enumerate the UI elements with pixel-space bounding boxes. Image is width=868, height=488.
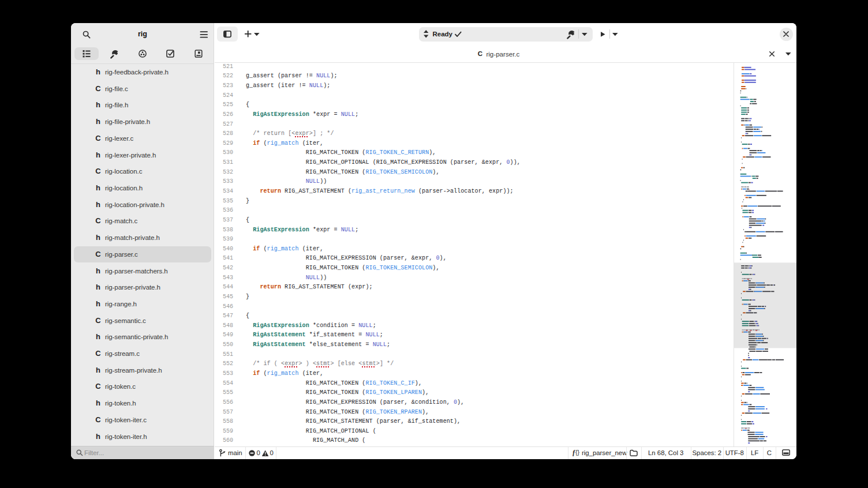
svg-text:{}: {} bbox=[575, 449, 580, 456]
